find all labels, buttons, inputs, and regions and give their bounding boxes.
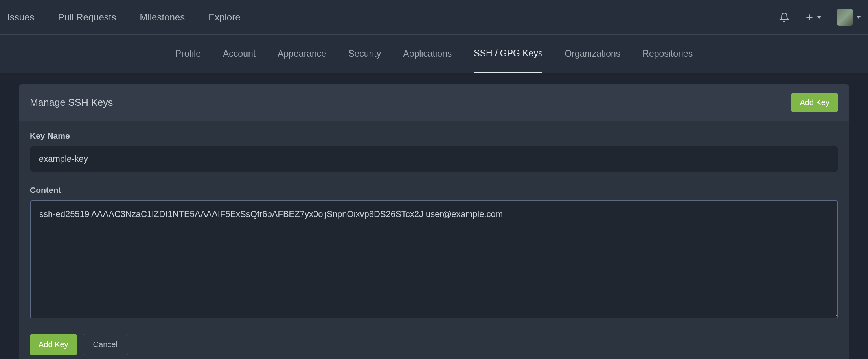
panel-body: Key Name Content Add Key Cancel xyxy=(19,121,849,359)
header-add-key-button[interactable]: Add Key xyxy=(791,93,838,112)
panel-title: Manage SSH Keys xyxy=(30,97,113,108)
key-name-label: Key Name xyxy=(30,131,838,141)
key-name-input[interactable] xyxy=(30,146,838,172)
create-menu[interactable] xyxy=(804,12,822,22)
content-label: Content xyxy=(30,185,838,195)
user-menu[interactable] xyxy=(837,9,861,26)
tab-appearance[interactable]: Appearance xyxy=(278,35,326,72)
cancel-button[interactable]: Cancel xyxy=(83,334,128,355)
top-nav-right xyxy=(779,9,861,26)
bell-icon xyxy=(779,12,789,22)
ssh-keys-panel: Manage SSH Keys Add Key Key Name Content… xyxy=(19,84,849,359)
nav-issues[interactable]: Issues xyxy=(7,12,34,23)
page-wrapper: Manage SSH Keys Add Key Key Name Content… xyxy=(0,73,868,359)
tab-applications[interactable]: Applications xyxy=(403,35,452,72)
tab-organizations[interactable]: Organizations xyxy=(565,35,620,72)
settings-tabs: Profile Account Appearance Security Appl… xyxy=(0,35,868,73)
plus-icon xyxy=(804,12,815,22)
content-textarea[interactable] xyxy=(30,200,838,318)
tab-repositories[interactable]: Repositories xyxy=(642,35,693,72)
nav-explore[interactable]: Explore xyxy=(208,12,240,23)
nav-pull-requests[interactable]: Pull Requests xyxy=(58,12,116,23)
tab-security[interactable]: Security xyxy=(348,35,381,72)
top-nav-left: Issues Pull Requests Milestones Explore xyxy=(7,12,241,23)
form-actions: Add Key Cancel xyxy=(30,334,838,355)
avatar xyxy=(837,9,853,26)
chevron-down-icon xyxy=(856,16,861,19)
nav-milestones[interactable]: Milestones xyxy=(140,12,185,23)
top-nav: Issues Pull Requests Milestones Explore xyxy=(0,0,868,35)
content-group: Content xyxy=(30,185,838,320)
chevron-down-icon xyxy=(817,16,822,19)
tab-profile[interactable]: Profile xyxy=(175,35,201,72)
key-name-group: Key Name xyxy=(30,131,838,172)
panel-header: Manage SSH Keys Add Key xyxy=(19,84,849,121)
tab-account[interactable]: Account xyxy=(223,35,256,72)
notifications-button[interactable] xyxy=(779,12,789,22)
tab-ssh-gpg-keys[interactable]: SSH / GPG Keys xyxy=(474,35,542,73)
submit-add-key-button[interactable]: Add Key xyxy=(30,334,77,355)
